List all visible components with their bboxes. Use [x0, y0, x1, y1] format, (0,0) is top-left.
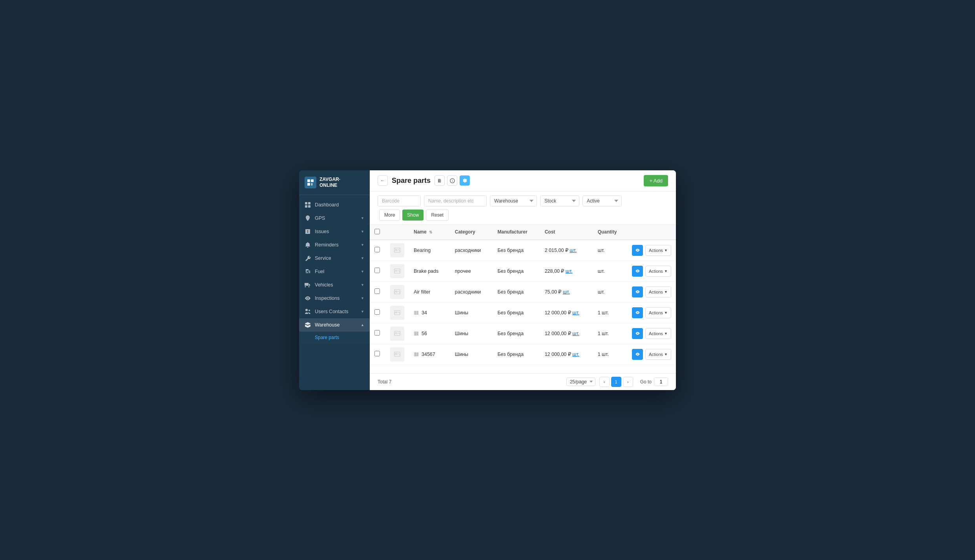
actions-button[interactable]: Actions ▼ — [645, 349, 671, 360]
row-checkbox[interactable] — [374, 330, 380, 336]
export-button[interactable] — [435, 175, 445, 186]
row-checkbox-cell — [370, 323, 385, 344]
row-category-cell: прочее — [450, 261, 493, 281]
item-category: Шины — [455, 310, 468, 316]
row-quantity-cell: 1 шт. — [593, 344, 627, 365]
select-all-header — [370, 225, 385, 240]
row-checkbox-cell — [370, 302, 385, 323]
sidebar-subitem-spare-parts[interactable]: Spare parts — [299, 332, 370, 343]
sidebar-nav: Dashboard GPS ▼ — [299, 195, 370, 390]
svg-rect-5 — [305, 205, 307, 208]
cost-unit-link[interactable]: шт. — [570, 248, 577, 253]
sidebar-item-reminders[interactable]: Reminders ▼ — [299, 238, 370, 252]
item-name: 34 — [422, 310, 427, 316]
info-button[interactable] — [447, 175, 457, 186]
add-button[interactable]: + Add — [644, 175, 668, 186]
prev-page-button[interactable]: ‹ — [599, 377, 610, 387]
row-category-cell: расходники — [450, 240, 493, 261]
row-checkbox-cell — [370, 344, 385, 365]
sidebar-item-gps[interactable]: GPS ▼ — [299, 212, 370, 225]
row-actions-cell: Actions ▼ — [627, 281, 676, 302]
table-body: Bearing расходники Без бренда 2 015,00 ₽… — [370, 240, 676, 365]
page-1-button[interactable]: 1 — [611, 377, 621, 387]
actions-button[interactable]: Actions ▼ — [645, 328, 671, 339]
view-button[interactable] — [632, 245, 643, 256]
row-checkbox[interactable] — [374, 247, 380, 252]
item-quantity: шт. — [598, 248, 605, 253]
sidebar-item-issues[interactable]: Issues ▼ — [299, 225, 370, 238]
filters-bar: Warehouse Stock Active More Show Reset — [370, 192, 676, 225]
settings-button[interactable] — [460, 175, 470, 186]
view-button[interactable] — [632, 307, 643, 318]
cost-unit-link[interactable]: шт. — [572, 352, 579, 357]
wrench-icon — [305, 255, 311, 261]
row-checkbox[interactable] — [374, 309, 380, 315]
sidebar-item-vehicles[interactable]: Vehicles ▼ — [299, 278, 370, 292]
page-size-select[interactable]: 25/page — [566, 378, 595, 386]
reset-button[interactable]: Reset — [426, 210, 448, 221]
cost-unit-link[interactable]: шт. — [572, 310, 579, 316]
sidebar-item-dashboard[interactable]: Dashboard — [299, 198, 370, 212]
item-category: Шины — [455, 352, 468, 357]
more-button[interactable]: More — [379, 210, 400, 221]
chevron-icon: ▼ — [361, 283, 364, 287]
row-thumb-cell — [385, 240, 409, 261]
actions-button[interactable]: Actions ▼ — [645, 286, 671, 297]
search-input[interactable] — [424, 195, 487, 206]
row-cost-cell: 228,00 ₽ шт. — [540, 261, 593, 281]
cost-unit-link[interactable]: шт. — [572, 331, 579, 336]
back-button[interactable]: ← — [378, 175, 388, 186]
warehouse-select[interactable]: Warehouse — [490, 195, 537, 206]
th-name[interactable]: Name ⇅ — [409, 225, 450, 240]
view-button[interactable] — [632, 349, 643, 360]
main-content: ← Spare parts — [370, 170, 676, 390]
go-to-input[interactable] — [654, 378, 668, 386]
sidebar-item-users-contacts[interactable]: Users Contacts ▼ — [299, 305, 370, 318]
go-to-container: Go to — [640, 378, 668, 386]
svg-rect-26 — [418, 311, 418, 315]
eye-icon — [635, 310, 640, 315]
item-quantity: шт. — [598, 289, 605, 295]
go-to-label: Go to — [640, 379, 652, 385]
view-button[interactable] — [632, 328, 643, 339]
table-row: 34567 Шины Без бренда 12 000,00 ₽ шт. 1 … — [370, 344, 676, 365]
table-row: 34 Шины Без бренда 12 000,00 ₽ шт. 1 шт. — [370, 302, 676, 323]
actions-button[interactable]: Actions ▼ — [645, 266, 671, 277]
cost-unit-link[interactable]: шт. — [563, 289, 570, 295]
item-cost: 12 000,00 ₽ шт. — [545, 310, 579, 316]
eye-icon — [635, 289, 640, 294]
barcode-input[interactable] — [378, 195, 421, 206]
row-thumb-cell — [385, 344, 409, 365]
sidebar-item-fuel[interactable]: Fuel ▼ — [299, 265, 370, 278]
item-cost: 228,00 ₽ шт. — [545, 268, 573, 274]
issues-icon — [305, 228, 311, 235]
svg-rect-4 — [308, 202, 310, 204]
stock-select[interactable]: Stock — [540, 195, 579, 206]
row-checkbox[interactable] — [374, 268, 380, 273]
th-actions — [627, 225, 676, 240]
actions-button[interactable]: Actions ▼ — [645, 307, 671, 318]
warehouse-submenu: Spare parts — [299, 332, 370, 343]
item-quantity: 1 шт. — [598, 352, 609, 357]
row-actions-cell: Actions ▼ — [627, 261, 676, 281]
row-checkbox[interactable] — [374, 288, 380, 294]
show-button[interactable]: Show — [402, 210, 424, 221]
grid-icon — [305, 202, 311, 208]
chevron-down-icon: ▼ — [664, 269, 668, 273]
select-all-checkbox[interactable] — [374, 229, 380, 234]
view-button[interactable] — [632, 266, 643, 277]
item-cost: 12 000,00 ₽ шт. — [545, 352, 579, 357]
row-checkbox[interactable] — [374, 351, 380, 356]
sidebar-item-warehouse[interactable]: Warehouse ▲ — [299, 318, 370, 332]
item-manufacturer: Без бренда — [498, 331, 524, 336]
chevron-icon: ▼ — [361, 270, 364, 274]
row-quantity-cell: шт. — [593, 240, 627, 261]
cost-unit-link[interactable]: шт. — [566, 268, 573, 274]
active-select[interactable]: Active — [582, 195, 622, 206]
chevron-down-icon: ▼ — [664, 352, 668, 356]
view-button[interactable] — [632, 286, 643, 297]
sidebar-item-service[interactable]: Service ▼ — [299, 252, 370, 265]
next-page-button[interactable]: › — [623, 377, 633, 387]
sidebar-item-inspections[interactable]: Inspections ▼ — [299, 292, 370, 305]
actions-button[interactable]: Actions ▼ — [645, 245, 671, 256]
